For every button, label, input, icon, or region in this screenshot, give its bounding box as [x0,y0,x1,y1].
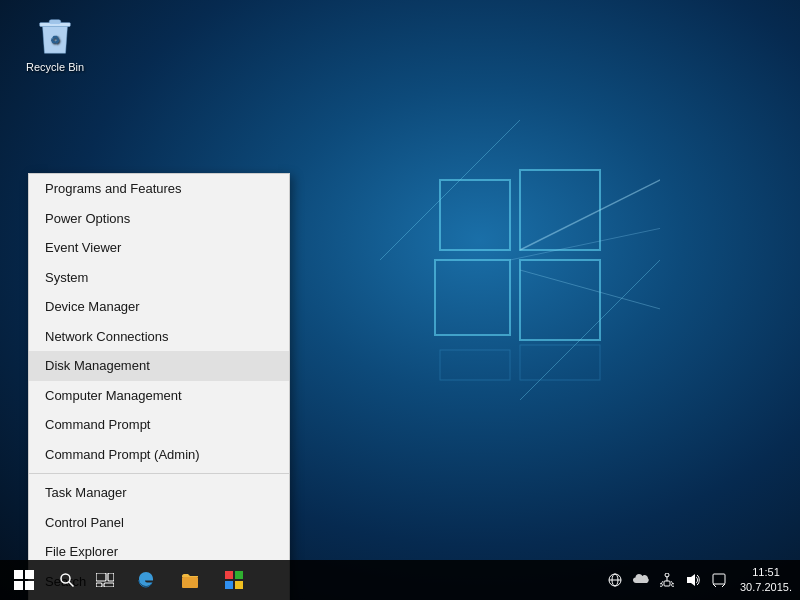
svg-text:♻: ♻ [50,34,60,46]
taskbar: 11:51 30.7.2015. [0,560,800,600]
svg-rect-24 [182,577,198,588]
svg-rect-6 [440,350,510,380]
taskbar-clock[interactable]: 11:51 30.7.2015. [732,560,800,600]
svg-line-8 [520,170,660,250]
svg-rect-21 [108,573,114,581]
globe-icon [608,573,622,587]
taskbar-app-edge[interactable] [124,560,168,600]
svg-rect-23 [104,583,114,587]
taskbar-tray: 11:51 30.7.2015. [602,560,800,600]
svg-line-5 [520,260,660,400]
svg-rect-7 [520,345,600,380]
menu-item-command-prompt-admin[interactable]: Command Prompt (Admin) [29,440,289,470]
svg-rect-20 [96,573,106,581]
svg-line-10 [510,220,660,260]
recycle-bin-icon[interactable]: ♻ Recycle Bin [20,15,90,73]
menu-item-system[interactable]: System [29,263,289,293]
recycle-bin-label: Recycle Bin [26,61,84,73]
taskbar-search-button[interactable] [48,560,86,600]
tray-network-icon[interactable] [654,560,680,600]
task-view-icon [96,573,114,587]
svg-line-9 [520,270,660,320]
svg-rect-27 [225,581,233,589]
svg-line-4 [380,120,520,260]
context-menu: Programs and Features Power Options Even… [28,173,290,600]
taskbar-app-file-explorer[interactable] [168,560,212,600]
svg-line-19 [69,582,74,587]
taskbar-pinned-apps [124,560,256,600]
menu-item-event-viewer[interactable]: Event Viewer [29,233,289,263]
svg-marker-39 [687,574,695,586]
separator-1 [29,473,289,474]
clock-time: 11:51 [752,565,780,580]
svg-rect-25 [225,571,233,579]
tray-globe-icon[interactable] [602,560,628,600]
tray-volume-icon[interactable] [680,560,706,600]
svg-point-18 [61,574,70,583]
menu-item-device-manager[interactable]: Device Manager [29,292,289,322]
svg-rect-32 [664,581,670,586]
task-view-button[interactable] [86,560,124,600]
cloud-icon [633,574,649,586]
volume-icon [686,573,700,587]
store-icon [224,570,244,590]
file-explorer-icon [180,570,200,590]
desktop: ♻ Recycle Bin Programs and Features Powe… [0,0,800,600]
svg-rect-28 [235,581,243,589]
svg-rect-14 [14,570,23,579]
svg-rect-0 [440,180,510,250]
svg-rect-16 [14,581,23,590]
start-button[interactable] [0,560,48,600]
svg-rect-26 [235,571,243,579]
svg-rect-15 [25,570,34,579]
svg-rect-40 [713,574,725,584]
tray-cloud-icon[interactable] [628,560,654,600]
menu-item-control-panel[interactable]: Control Panel [29,508,289,538]
tray-notification-icon[interactable] [706,560,732,600]
svg-rect-17 [25,581,34,590]
menu-item-computer-management[interactable]: Computer Management [29,381,289,411]
svg-rect-22 [96,583,102,587]
windows-logo-background [380,120,660,400]
menu-item-network-connections[interactable]: Network Connections [29,322,289,352]
menu-item-disk-management[interactable]: Disk Management [29,351,289,381]
notification-icon [712,573,726,587]
svg-rect-12 [49,20,60,24]
network-icon [660,573,674,587]
recycle-bin-image: ♻ [35,15,75,57]
start-icon [14,570,34,590]
svg-rect-1 [520,170,600,250]
menu-item-command-prompt[interactable]: Command Prompt [29,410,289,440]
menu-item-power-options[interactable]: Power Options [29,204,289,234]
edge-icon [136,570,156,590]
search-icon [59,572,75,588]
clock-date: 30.7.2015. [740,580,792,595]
svg-rect-3 [520,260,600,340]
menu-item-task-manager[interactable]: Task Manager [29,478,289,508]
svg-rect-2 [435,260,510,335]
menu-item-programs-features[interactable]: Programs and Features [29,174,289,204]
taskbar-app-store[interactable] [212,560,256,600]
